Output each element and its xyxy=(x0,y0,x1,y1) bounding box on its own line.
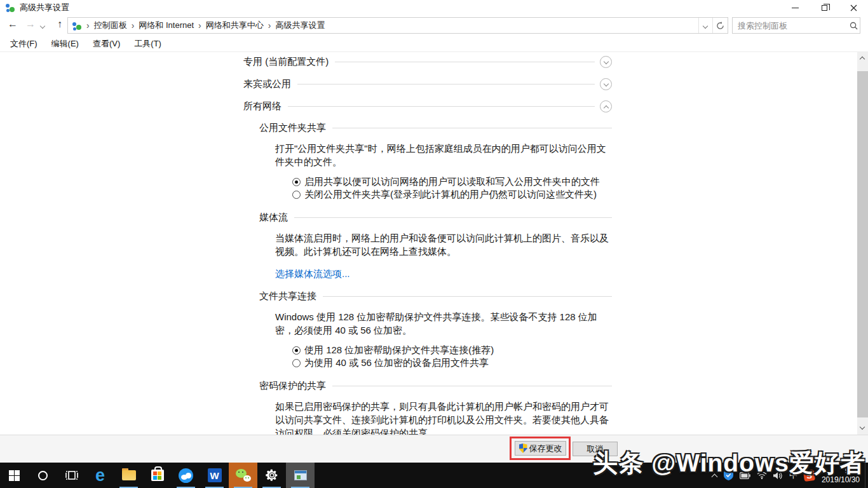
radio-icon[interactable] xyxy=(292,346,301,355)
close-button[interactable] xyxy=(839,0,868,15)
control-panel-window-icon xyxy=(294,470,307,480)
navigation-toolbar: ← → ↑ › 控制面板 › 网络和 Internet › 网络和共享中心 › … xyxy=(0,15,868,36)
section-file-sharing-connections: 文件共享连接 Windows 使用 128 位加密帮助保护文件共享连接。某些设备… xyxy=(259,290,612,369)
qq-browser-icon xyxy=(179,468,193,483)
up-button[interactable]: ↑ xyxy=(52,18,67,30)
radio-icon[interactable] xyxy=(292,359,301,367)
chevron-down-icon[interactable] xyxy=(600,78,612,90)
section-title: 文件共享连接 xyxy=(259,290,316,302)
window-title: 高级共享设置 xyxy=(20,2,69,13)
edge-icon: e xyxy=(95,467,105,484)
breadcrumb-network-sharing-center[interactable]: 网络和共享中心 xyxy=(206,20,264,31)
menu-tools[interactable]: 工具(T) xyxy=(130,36,165,51)
section-title: 公用文件夹共享 xyxy=(259,122,326,134)
cortana-icon xyxy=(38,471,48,480)
breadcrumb-separator-icon: › xyxy=(268,20,271,30)
taskbar-control-panel-active[interactable] xyxy=(286,463,315,488)
breadcrumb-separator-icon: › xyxy=(86,20,90,30)
breadcrumb-advanced-sharing[interactable]: 高级共享设置 xyxy=(275,20,325,31)
section-description: 如果已启用密码保护的共享，则只有具备此计算机的用户帐户和密码的用户才可以访问共享… xyxy=(275,400,611,440)
scroll-up-icon[interactable] xyxy=(860,56,865,60)
windows-logo-icon xyxy=(9,470,20,481)
section-description: 打开"公用文件夹共享"时，网络上包括家庭组成员在内的用户都可以访问公用文件夹中的… xyxy=(275,142,611,168)
app-network-icon xyxy=(5,3,15,13)
breadcrumb-separator-icon: › xyxy=(198,20,201,30)
profile-private[interactable]: 专用 (当前配置文件) xyxy=(243,55,612,69)
uac-shield-icon xyxy=(519,444,527,453)
taskbar-qq-browser[interactable] xyxy=(172,463,200,488)
title-bar: 高级共享设置 xyxy=(0,0,868,15)
save-changes-button[interactable]: 保存更改 xyxy=(515,441,566,456)
breadcrumb-separator-icon: › xyxy=(132,20,135,30)
breadcrumb-network-icon xyxy=(72,20,82,30)
breadcrumb-network-internet[interactable]: 网络和 Internet xyxy=(139,20,194,31)
radio-icon[interactable] xyxy=(292,191,301,199)
radio-icon[interactable] xyxy=(292,178,301,186)
vertical-scrollbar[interactable] xyxy=(857,52,868,435)
radio-option-40-56bit-encryption[interactable]: 为使用 40 或 56 位加密的设备启用文件共享 xyxy=(292,356,612,369)
search-icon[interactable] xyxy=(850,22,858,30)
menu-file[interactable]: 文件(F) xyxy=(6,36,41,51)
taskbar-edge[interactable]: e xyxy=(86,463,114,488)
taskbar-wechat[interactable] xyxy=(229,463,257,488)
main-content: 专用 (当前配置文件) 来宾或公用 所有网络 公用文件夹共享 打开"公用文件夹共… xyxy=(0,52,868,435)
section-description: Windows 使用 128 位加密帮助保护文件共享连接。某些设备不支持 128… xyxy=(275,310,611,337)
file-explorer-icon xyxy=(122,470,136,480)
minimize-button[interactable] xyxy=(780,0,810,15)
watermark-text: 头条 @Windows爱好者 xyxy=(593,446,865,480)
section-description: 当媒体流启用时，网络上的用户和设备便可以访问此计算机上的图片、音乐以及视频。此计… xyxy=(275,231,611,258)
chevron-up-icon[interactable] xyxy=(600,100,612,112)
settings-gear-icon xyxy=(265,468,279,482)
section-title: 媒体流 xyxy=(259,212,288,224)
menu-view[interactable]: 查看(V) xyxy=(89,36,124,51)
menu-bar: 文件(F) 编辑(E) 查看(V) 工具(T) xyxy=(0,36,868,52)
radio-option-128bit-encryption[interactable]: 使用 128 位加密帮助保护文件共享连接(推荐) xyxy=(292,344,612,356)
taskbar-word[interactable]: W xyxy=(200,463,229,488)
search-input[interactable] xyxy=(733,21,850,30)
wechat-icon xyxy=(236,469,251,482)
scroll-down-icon[interactable] xyxy=(860,425,865,430)
radio-option-enable-public-sharing[interactable]: 启用共享以便可以访问网络的用户可以读取和写入公用文件夹中的文件 xyxy=(292,175,612,188)
start-button[interactable] xyxy=(0,463,29,488)
search-box[interactable] xyxy=(732,17,860,34)
recent-pages-dropdown-icon[interactable] xyxy=(41,24,46,29)
task-view-icon xyxy=(65,470,78,481)
breadcrumb-control-panel[interactable]: 控制面板 xyxy=(94,20,127,31)
back-button[interactable]: ← xyxy=(5,18,20,30)
word-icon: W xyxy=(208,468,222,482)
taskbar-file-explorer[interactable] xyxy=(114,463,143,488)
refresh-icon[interactable] xyxy=(712,18,728,33)
address-bar[interactable]: › 控制面板 › 网络和 Internet › 网络和共享中心 › 高级共享设置 xyxy=(67,17,728,34)
restore-button[interactable] xyxy=(810,0,839,15)
cortana-button[interactable] xyxy=(29,463,57,488)
taskbar-settings[interactable] xyxy=(257,463,286,488)
address-dropdown-icon[interactable] xyxy=(698,18,712,33)
forward-button[interactable]: → xyxy=(23,18,38,30)
profile-guest-public[interactable]: 来宾或公用 xyxy=(243,77,612,91)
choose-media-streaming-options-link[interactable]: 选择媒体流选项... xyxy=(275,268,350,280)
section-media-streaming: 媒体流 当媒体流启用时，网络上的用户和设备便可以访问此计算机上的图片、音乐以及视… xyxy=(259,211,612,280)
section-public-folder-sharing: 公用文件夹共享 打开"公用文件夹共享"时，网络上包括家庭组成员在内的用户都可以访… xyxy=(259,121,612,201)
menu-edit[interactable]: 编辑(E) xyxy=(48,36,83,51)
section-title: 密码保护的共享 xyxy=(259,380,326,392)
taskbar-store[interactable] xyxy=(143,463,172,488)
chevron-down-icon[interactable] xyxy=(600,56,612,68)
profile-all-networks[interactable]: 所有网络 xyxy=(243,99,612,113)
task-view-button[interactable] xyxy=(57,463,86,488)
microsoft-store-icon xyxy=(151,470,164,481)
scrollbar-thumb[interactable] xyxy=(857,71,868,417)
radio-option-disable-public-sharing[interactable]: 关闭公用文件夹共享(登录到此计算机的用户仍然可以访问这些文件夹) xyxy=(292,188,612,201)
